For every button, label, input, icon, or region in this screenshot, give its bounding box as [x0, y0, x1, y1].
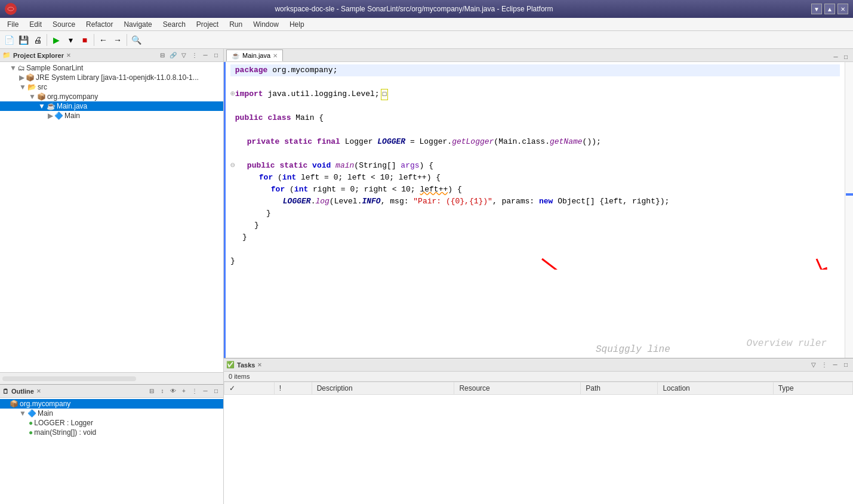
expand-icon: ▶ — [19, 73, 24, 82]
outline-menu[interactable]: ⋮ — [190, 386, 199, 396]
tasks-maximize[interactable]: □ — [841, 360, 851, 370]
menu-file[interactable]: File — [2, 19, 23, 30]
code-line-14[interactable]: } — [230, 219, 840, 231]
tasks-minimize[interactable]: ─ — [830, 360, 840, 370]
back-button[interactable]: ← — [97, 33, 110, 47]
outline-collapse[interactable]: ⊟ — [147, 386, 156, 396]
bottom-panels: ✅ Tasks ✕ ▽ ⋮ ─ □ 0 items — [224, 358, 853, 504]
col-priority: ! — [274, 382, 312, 395]
code-line-15[interactable]: } — [230, 231, 840, 243]
editor-tab-main-java[interactable]: ☕ Main.java ✕ — [226, 50, 283, 61]
outline-hide[interactable]: 👁 — [168, 386, 178, 396]
code-line-13[interactable]: } — [230, 208, 840, 219]
outline-item-main-method[interactable]: ● main(String[]) : void — [0, 428, 223, 437]
menu-search[interactable]: Search — [158, 19, 190, 30]
collapse-all-button[interactable]: ⊟ — [158, 51, 167, 60]
save-button[interactable]: 💾 — [17, 33, 30, 47]
editor-maximize[interactable]: □ — [841, 52, 851, 61]
code-line-11[interactable]: for ( int right = 0; right < 10; left++ … — [230, 184, 840, 196]
outline-item-logger[interactable]: ● LOGGER : Logger — [0, 418, 223, 428]
code-line-9[interactable]: ⊖ public static void main (String[] args… — [230, 160, 840, 172]
code-line-6[interactable] — [230, 124, 840, 136]
outline-item-package[interactable]: 📦 org.mycompany — [0, 399, 223, 409]
fold-marker-10[interactable] — [230, 172, 235, 184]
menu-navigate[interactable]: Navigate — [119, 19, 156, 30]
tree-item-src[interactable]: ▼ 📂 src — [0, 82, 223, 92]
menu-window[interactable]: Window — [248, 19, 284, 30]
code-line-4[interactable] — [230, 100, 840, 112]
menu-source[interactable]: Source — [48, 19, 80, 30]
fold-marker-11[interactable] — [230, 184, 235, 196]
view-menu-button[interactable]: ⋮ — [190, 51, 199, 60]
tasks-menu[interactable]: ⋮ — [820, 360, 829, 370]
minimize-button[interactable]: ▼ — [811, 4, 822, 14]
outline-maximize[interactable]: □ — [211, 386, 221, 396]
menu-project[interactable]: Project — [192, 19, 223, 30]
java-tab-icon: ☕ — [232, 52, 240, 60]
tasks-title: ✅ Tasks ✕ — [226, 361, 262, 369]
print-button[interactable]: 🖨 — [31, 33, 44, 47]
tasks-filter[interactable]: ▽ — [809, 360, 818, 370]
menu-run[interactable]: Run — [224, 19, 247, 30]
code-line-10[interactable]: for ( int left = 0; left < 10; left++) { — [230, 172, 840, 184]
code-line-17[interactable]: } — [230, 255, 840, 267]
close-button[interactable]: ✕ — [837, 4, 848, 14]
col-resource: Resource — [454, 382, 581, 395]
squiggly-underline: left++ — [420, 184, 448, 196]
tab-close-icon[interactable]: ✕ — [273, 52, 278, 59]
fold-marker-1[interactable] — [230, 64, 235, 76]
java-file-icon: ☕ — [47, 102, 56, 110]
outline-add-field[interactable]: + — [179, 386, 189, 396]
project-explorer-header: 📁 Project Explorer ✕ ⊟ 🔗 ▽ ⋮ ─ □ — [0, 49, 223, 62]
tree-item-sample-sonarlint[interactable]: ▼ 🗂 Sample SonarLint — [0, 63, 223, 73]
code-line-8[interactable] — [230, 148, 840, 160]
project-explorer-close-icon[interactable]: ✕ — [66, 52, 71, 58]
minimize-panel-button[interactable]: ─ — [201, 51, 210, 60]
link-editor-button[interactable]: 🔗 — [168, 51, 178, 60]
outline-minimize[interactable]: ─ — [201, 386, 210, 396]
code-line-2[interactable] — [230, 76, 840, 88]
code-line-5[interactable]: public class Main { — [230, 112, 840, 124]
fold-marker-12[interactable] — [230, 196, 235, 208]
jar-icon: 📦 — [26, 73, 35, 82]
tree-item-jre[interactable]: ▶ 📦 JRE System Library [java-11-openjdk-… — [0, 73, 223, 82]
class-icon: 🔷 — [27, 409, 36, 418]
restore-button[interactable]: ▲ — [824, 4, 835, 14]
code-line-1[interactable]: package org.mycompany; — [230, 64, 840, 76]
fold-marker-5[interactable] — [230, 112, 235, 124]
maximize-panel-button[interactable]: □ — [211, 51, 221, 60]
fold-marker-9[interactable]: ⊖ — [230, 160, 235, 172]
outline-close-icon[interactable]: ✕ — [36, 388, 41, 394]
new-button[interactable]: 📄 — [2, 33, 16, 47]
stop-button[interactable]: ■ — [78, 33, 91, 47]
menu-help[interactable]: Help — [285, 19, 309, 30]
toolbar: 📄 💾 🖨 ▶ ▾ ■ ← → 🔍 — [0, 31, 853, 49]
tasks-close-icon[interactable]: ✕ — [257, 362, 262, 368]
editor-content[interactable]: package org.mycompany; ⊕ import java.uti… — [224, 62, 845, 358]
outline-sort[interactable]: ↕ — [158, 386, 167, 396]
project-explorer-actions: ⊟ 🔗 ▽ ⋮ ─ □ — [158, 51, 221, 60]
code-line-12[interactable]: LOGGER . log (Level. INFO , msg: "Pair: … — [230, 196, 840, 208]
fold-marker-7[interactable] — [230, 136, 235, 148]
editor-minimize[interactable]: ─ — [831, 52, 840, 61]
menu-edit[interactable]: Edit — [24, 19, 47, 30]
tree-item-main-java[interactable]: ▼ ☕ Main.java — [0, 101, 223, 111]
editor-area: ☕ Main.java ✕ ─ □ package org.mycompany; — [224, 49, 853, 504]
search-button[interactable]: 🔍 — [130, 33, 143, 47]
forward-button[interactable]: → — [111, 33, 124, 47]
fold-marker-3[interactable]: ⊕ — [230, 88, 235, 100]
filter-button[interactable]: ▽ — [179, 51, 189, 60]
toolbar-sep-2 — [94, 34, 94, 46]
tasks-table: ✓ ! Description Resource Path Location T… — [224, 382, 853, 504]
left-panels: 📁 Project Explorer ✕ ⊟ 🔗 ▽ ⋮ ─ □ — [0, 49, 224, 504]
run-dropdown[interactable]: ▾ — [64, 33, 77, 47]
code-line-7[interactable]: private static final Logger LOGGER = Log… — [230, 136, 840, 148]
tree-item-org-mycompany[interactable]: ▼ 📦 org.mycompany — [0, 92, 223, 101]
tree-item-main-class[interactable]: ▶ 🔷 Main — [0, 111, 223, 120]
run-button[interactable]: ▶ — [50, 33, 63, 47]
expand-icon: ▶ — [48, 112, 53, 120]
code-line-3[interactable]: ⊕ import java.util.logging.Level;□ — [230, 88, 840, 100]
menu-refactor[interactable]: Refactor — [81, 19, 118, 30]
code-line-16[interactable] — [230, 243, 840, 255]
outline-item-main[interactable]: ▼ 🔷 Main — [0, 409, 223, 418]
